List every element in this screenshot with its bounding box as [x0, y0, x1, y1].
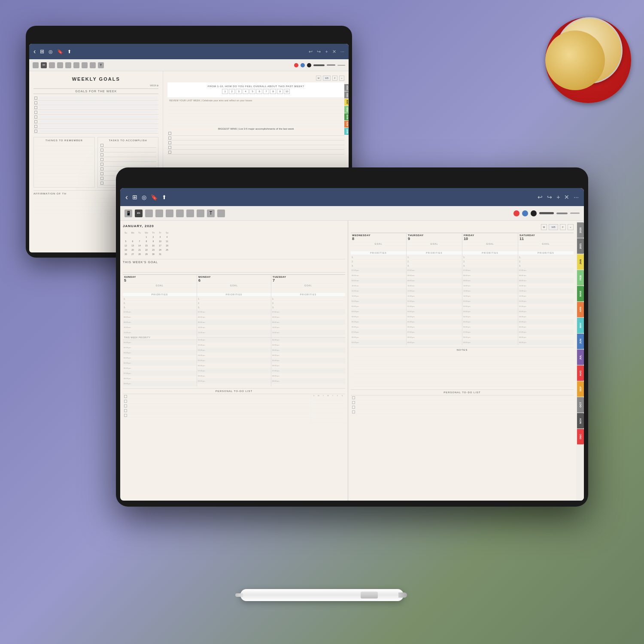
coffee-cup	[541, 9, 635, 103]
front-month-tabs: 2020 2021 JAN FEB MAR APR MAY JUN JUL AU…	[576, 221, 584, 501]
front-ipad: ‹ ⊞ ◎ 🔖 ⬆ ↩ ↪ + ✕ ··· 📱 ✏	[116, 167, 588, 507]
grid-icon[interactable]: ⊞	[40, 49, 44, 55]
share-button[interactable]: ⬆	[162, 194, 167, 200]
personal-todo-right: PERSONAL TO-DO LIST	[351, 389, 574, 414]
weekly-goals-title: WEEKLY GOALS	[33, 76, 158, 82]
planner-right: M WB F + WEDNESDAY 8	[348, 221, 576, 501]
back-month-tabs: 2020 2021 JAN FEB MAR APR MAY	[344, 84, 349, 135]
back-icon[interactable]: ‹	[33, 48, 36, 55]
front-ipad-tools: 📱 ✏ T	[120, 206, 584, 221]
personal-todo-left: PERSONAL TO-DO LIST	[123, 388, 345, 423]
front-ipad-toolbar: ‹ ⊞ ◎ 🔖 ⬆ ↩ ↪ + ✕ ···	[120, 188, 584, 206]
planner-left: JANUARY, 2020 Su Mo Tu We Th Fr S	[120, 221, 348, 501]
back-button[interactable]: ‹	[125, 193, 128, 202]
share-icon[interactable]: ⬆	[67, 49, 71, 55]
apple-pencil	[240, 589, 404, 601]
things-remember-box: THINGS TO REMEMBER	[33, 137, 95, 188]
search-button[interactable]: ◎	[142, 194, 146, 200]
back-ipad-toolbar: ‹ ⊞ ◎ 🔖 ⬆ ↩ ↪ + ✕ ···	[29, 44, 349, 59]
grid-button[interactable]: ⊞	[132, 194, 137, 200]
bookmark-button[interactable]: 🔖	[151, 194, 158, 200]
search-icon[interactable]: ◎	[49, 49, 53, 55]
front-planner-content: JANUARY, 2020 Su Mo Tu We Th Fr S	[120, 221, 584, 501]
notes-section: NOTES	[351, 347, 574, 388]
back-ipad-tools: ✏ T	[29, 59, 349, 71]
bookmark-icon[interactable]: 🔖	[57, 49, 63, 55]
mini-calendar: Su Mo Tu We Th Fr Sa 1234 567891011 1213…	[123, 231, 345, 256]
